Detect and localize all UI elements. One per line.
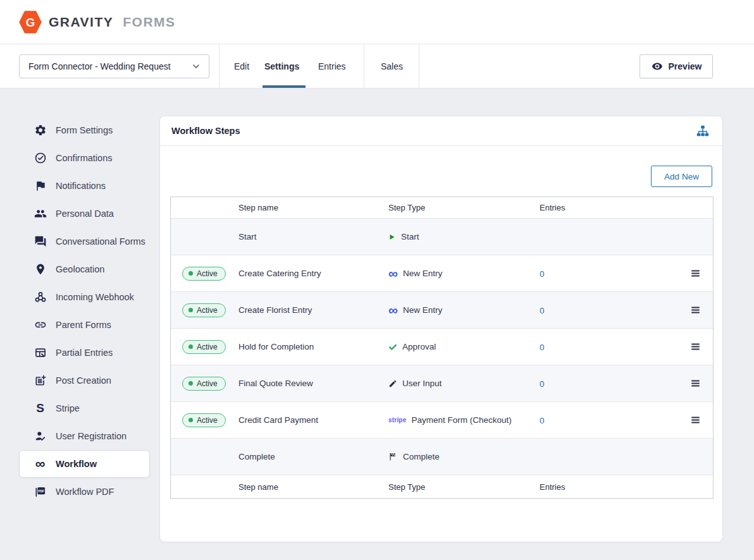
status-badge: Active — [182, 340, 226, 354]
link-icon — [34, 319, 47, 332]
sidebar-item-stripe[interactable]: S Stripe — [19, 394, 150, 422]
sidebar-item-personal-data[interactable]: Personal Data — [19, 200, 150, 228]
tab-sales[interactable]: Sales — [381, 44, 403, 88]
step-type-label: Start — [401, 232, 419, 241]
users-icon — [34, 207, 47, 221]
step-type-label: Approval — [402, 342, 436, 351]
hamburger-menu-icon — [690, 268, 701, 279]
step-name: Create Catering Entry — [238, 269, 388, 278]
panel-header: Workflow Steps — [160, 116, 722, 146]
map-pin-icon — [34, 263, 47, 276]
form-selector-dropdown[interactable]: Form Connector - Wedding Request — [19, 54, 209, 78]
active-dot-icon — [188, 308, 193, 312]
entries-count-link[interactable]: 0 — [540, 306, 545, 315]
sidebar-item-post-creation[interactable]: Post Creation — [19, 367, 150, 394]
table-row-start: Start Start — [171, 219, 713, 255]
sidebar-item-conversational-forms[interactable]: Conversational Forms — [19, 228, 150, 255]
sidebar-item-label: Personal Data — [56, 209, 114, 219]
step-name: Hold for Completion — [238, 342, 388, 351]
step-name: Final Quote Review — [238, 379, 388, 388]
step-type-label: New Entry — [403, 305, 442, 315]
sidebar-item-notifications[interactable]: Notifications — [19, 172, 150, 200]
row-menu-button[interactable] — [688, 377, 702, 391]
webhook-icon — [34, 291, 47, 304]
new-entry-infinity-icon: ∞ — [388, 267, 398, 280]
sitemap-icon[interactable] — [696, 125, 710, 138]
sidebar-item-label: Partial Entries — [56, 348, 113, 358]
step-type-label: Payment Form (Checkout) — [411, 415, 511, 425]
hamburger-menu-icon — [690, 378, 701, 389]
sidebar-item-incoming-webhook[interactable]: Incoming Webhook — [19, 283, 150, 311]
gear-icon — [34, 124, 47, 137]
active-dot-icon — [188, 418, 193, 422]
entries-count-link[interactable]: 0 — [540, 343, 545, 352]
entries-count-link[interactable]: 0 — [540, 269, 545, 279]
row-menu-button[interactable] — [688, 340, 702, 354]
svg-text:PDF: PDF — [38, 490, 44, 493]
column-header-step-name: Step name — [238, 203, 388, 212]
active-tab-underline — [263, 85, 306, 88]
play-icon — [388, 233, 396, 241]
entries-count-link[interactable]: 0 — [540, 416, 545, 425]
sidebar-item-form-settings[interactable]: Form Settings — [19, 116, 150, 144]
row-menu-button[interactable] — [688, 303, 702, 317]
sidebar-item-geolocation[interactable]: Geolocation — [19, 255, 150, 283]
new-entry-infinity-icon: ∞ — [388, 303, 398, 317]
tab-entries[interactable]: Entries — [318, 44, 346, 88]
column-header-step-type: Step Type — [388, 203, 540, 212]
status-badge: Active — [182, 377, 226, 391]
panel-title: Workflow Steps — [171, 126, 240, 136]
table-footer-row: Step name Step Type Entries — [171, 475, 713, 498]
form-toolbar: Form Connector - Wedding Request Edit Se… — [0, 44, 754, 88]
toolbar-divider — [419, 44, 419, 88]
hamburger-menu-icon — [690, 341, 701, 352]
sidebar-item-label: Confirmations — [56, 153, 112, 163]
table-icon — [34, 346, 47, 360]
step-name: Start — [238, 232, 388, 241]
workflow-steps-table: Step name Step Type Entries Start Start … — [170, 197, 714, 499]
eye-icon — [651, 60, 664, 73]
step-name: Complete — [238, 452, 388, 461]
post-add-icon — [34, 374, 47, 387]
hamburger-menu-icon — [690, 305, 701, 315]
sidebar-item-workflow-pdf[interactable]: PDF Workflow PDF — [19, 478, 150, 506]
column-footer-step-name: Step name — [238, 482, 388, 492]
row-menu-button[interactable] — [688, 267, 702, 281]
tab-edit[interactable]: Edit — [234, 44, 249, 88]
infinity-icon: ∞ — [34, 458, 47, 471]
flag-icon — [34, 180, 47, 193]
sidebar-item-label: Parent Forms — [56, 320, 111, 330]
step-type-label: User Input — [402, 379, 442, 388]
hamburger-menu-icon — [690, 415, 701, 425]
top-brand-bar: G GRAVITYFORMS — [0, 0, 754, 44]
sidebar-item-confirmations[interactable]: Confirmations — [19, 144, 150, 172]
gravity-forms-logo: G GRAVITYFORMS — [19, 11, 176, 33]
add-new-button[interactable]: Add New — [651, 166, 712, 187]
entries-count-link[interactable]: 0 — [540, 379, 545, 389]
row-menu-button[interactable] — [688, 413, 702, 427]
sidebar-item-label: Post Creation — [56, 375, 111, 386]
sidebar-item-user-registration[interactable]: User Registration — [19, 422, 150, 450]
sidebar-item-workflow[interactable]: ∞ Workflow — [19, 450, 150, 478]
sidebar-item-parent-forms[interactable]: Parent Forms — [19, 311, 150, 339]
step-name: Credit Card Payment — [238, 415, 388, 425]
preview-button[interactable]: Preview — [640, 54, 713, 78]
table-row-create-catering-entry: Active Create Catering Entry ∞ New Entry… — [171, 255, 713, 292]
status-badge: Active — [182, 303, 226, 317]
brand-forms-text: FORMS — [123, 15, 175, 30]
form-selector-value: Form Connector - Wedding Request — [28, 61, 171, 71]
table-row-create-florist-entry: Active Create Florist Entry ∞ New Entry … — [171, 292, 713, 329]
stripe-s-icon: S — [34, 402, 47, 415]
sidebar-item-partial-entries[interactable]: Partial Entries — [19, 339, 150, 367]
table-row-complete: Complete Complete — [171, 439, 713, 475]
toolbar-divider — [219, 44, 219, 88]
column-header-entries: Entries — [540, 203, 676, 212]
user-check-icon — [34, 430, 47, 443]
sidebar-item-label: Form Settings — [56, 125, 113, 135]
stripe-wordmark-icon: stripe — [388, 417, 406, 423]
svg-text:G: G — [26, 16, 35, 29]
approval-check-icon — [388, 343, 397, 351]
brand-gravity-text: GRAVITY — [49, 15, 113, 30]
tab-settings[interactable]: Settings — [264, 44, 299, 88]
table-row-final-quote-review: Active Final Quote Review User Input 0 — [171, 365, 713, 402]
